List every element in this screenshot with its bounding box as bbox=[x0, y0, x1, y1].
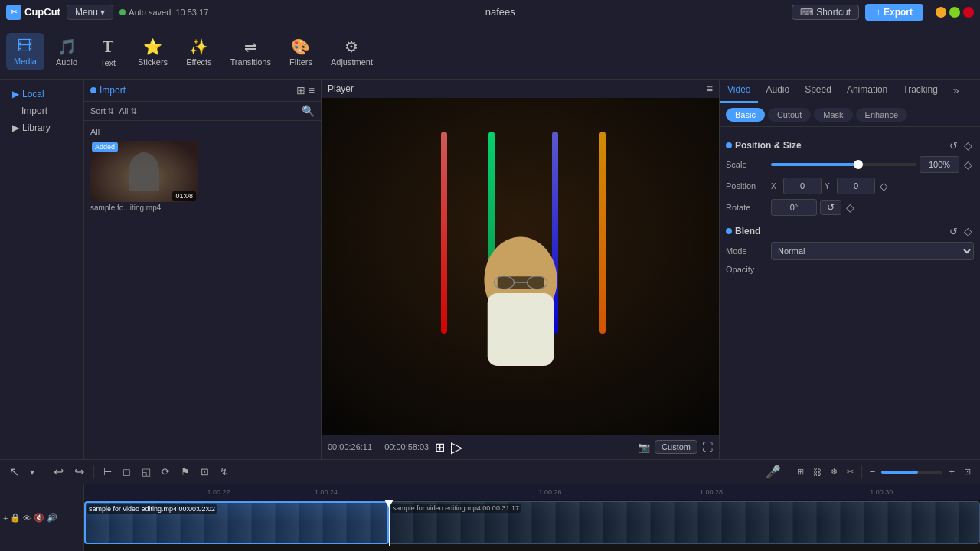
zoom-slider[interactable] bbox=[881, 471, 942, 474]
rotate-input[interactable] bbox=[771, 199, 817, 216]
tab-video[interactable]: Video bbox=[720, 80, 758, 103]
list-view-button[interactable]: ≡ bbox=[309, 84, 315, 96]
zoom-in-button[interactable]: + bbox=[946, 465, 958, 479]
toolbar: 🎞 Media 🎵 Audio T Text ⭐ Stickers ✨ Effe… bbox=[0, 24, 980, 80]
maximize-button[interactable] bbox=[949, 7, 960, 18]
sidebar-item-local[interactable]: ▶ Local bbox=[6, 86, 77, 103]
autosave-indicator: Auto saved: 10:53:17 bbox=[119, 8, 208, 17]
rotate-keyframe-button[interactable]: ◇ bbox=[844, 201, 856, 214]
tab-tracking[interactable]: Tracking bbox=[895, 80, 946, 103]
search-button[interactable]: 🔍 bbox=[302, 105, 315, 117]
play-button[interactable]: ⊞ bbox=[435, 440, 445, 455]
close-button[interactable] bbox=[963, 7, 974, 18]
menu-button[interactable]: Menu ▾ bbox=[67, 5, 113, 20]
volume-button[interactable]: 🔊 bbox=[47, 513, 57, 523]
custom-button[interactable]: Custom bbox=[655, 440, 697, 454]
logo-icon: ✂ bbox=[6, 5, 21, 20]
select-tool-button[interactable]: ↖ bbox=[6, 463, 22, 481]
timeline-tracks: sample for video editing.mp4 00:00:02:02… bbox=[84, 500, 980, 551]
tool-adjustment[interactable]: ⚙ Adjustment bbox=[323, 33, 381, 71]
play-play-button[interactable]: ▷ bbox=[451, 438, 462, 456]
mute-button[interactable]: 🔇 bbox=[34, 513, 44, 523]
tab-speed[interactable]: Speed bbox=[797, 80, 839, 103]
marker-button[interactable]: ⚑ bbox=[178, 465, 193, 479]
mic-button[interactable]: 🎤 bbox=[763, 463, 784, 481]
tl-sep-3 bbox=[789, 465, 789, 479]
track-controls: + 🔒 👁 🔇 🔊 bbox=[3, 513, 80, 523]
sort-button[interactable]: Sort ⇅ bbox=[90, 106, 114, 116]
clip-selected[interactable]: sample for video editing.mp4 00:00:02:02 bbox=[84, 501, 389, 544]
fit-button[interactable]: ⊡ bbox=[961, 465, 974, 478]
ruler-mark-3: 1:00:26 bbox=[538, 488, 561, 496]
media-filename: sample fo...iting.mp4 bbox=[90, 204, 198, 212]
tool-transitions[interactable]: ⇌ Transitions bbox=[223, 33, 279, 71]
position-label: Position bbox=[726, 181, 768, 191]
subtab-cutout[interactable]: Cutout bbox=[768, 108, 811, 122]
all-label: All bbox=[119, 106, 128, 116]
tool-stickers[interactable]: ⭐ Stickers bbox=[130, 33, 175, 71]
transform-button[interactable]: ↯ bbox=[217, 465, 231, 479]
add-track-button[interactable]: + bbox=[3, 514, 8, 523]
tab-animation[interactable]: Animation bbox=[839, 80, 895, 103]
rotate-ccw-button[interactable]: ↺ bbox=[820, 200, 841, 215]
fullscreen-button[interactable]: ⛶ bbox=[702, 440, 713, 454]
scale-label: Scale bbox=[726, 160, 768, 169]
freeze-button[interactable]: ❄ bbox=[828, 465, 841, 478]
tool-filters[interactable]: 🎨 Filters bbox=[282, 33, 320, 71]
snapshot-button[interactable]: 📷 bbox=[638, 440, 650, 454]
snap-button[interactable]: ⊞ bbox=[794, 465, 807, 478]
scale-input[interactable] bbox=[920, 156, 959, 173]
import-button[interactable]: Import bbox=[90, 85, 126, 96]
reset-position-button[interactable]: ↺ bbox=[948, 139, 959, 152]
subtab-enhance[interactable]: Enhance bbox=[856, 108, 907, 122]
position-x-input[interactable] bbox=[783, 178, 822, 194]
visibility-button[interactable]: 👁 bbox=[23, 514, 31, 523]
position-y-input[interactable] bbox=[837, 178, 875, 194]
split2-button[interactable]: ✂ bbox=[844, 465, 857, 478]
zoom-out-button[interactable]: − bbox=[867, 465, 879, 479]
rotate-label: Rotate bbox=[726, 203, 768, 212]
loop-button[interactable]: ⟳ bbox=[158, 465, 173, 479]
scale-keyframe-button[interactable]: ◇ bbox=[962, 158, 974, 171]
tool-audio[interactable]: 🎵 Audio bbox=[47, 33, 86, 71]
tool-effects[interactable]: ✨ Effects bbox=[178, 33, 219, 71]
keyframe-position-button[interactable]: ◇ bbox=[962, 139, 974, 152]
tl-expand-button[interactable]: ▾ bbox=[27, 465, 38, 479]
split-button[interactable]: ⊢ bbox=[100, 465, 115, 479]
reset-blend-button[interactable]: ↺ bbox=[948, 225, 959, 237]
sidebar-item-import[interactable]: Import bbox=[6, 103, 77, 119]
tab-audio[interactable]: Audio bbox=[758, 80, 797, 103]
tool-media[interactable]: 🎞 Media bbox=[6, 33, 44, 70]
shortcut-button[interactable]: ⌨ Shortcut bbox=[792, 5, 859, 20]
tool-text[interactable]: T Text bbox=[89, 32, 127, 72]
sidebar-import-label: Import bbox=[21, 106, 47, 116]
timeline-toolbar: ↖ ▾ ↩ ↪ ⊢ ◻ ◱ ⟳ ⚑ ⊡ ↯ 🎤 ⊞ ⛓ ❄ ✂ − + ⊡ bbox=[0, 460, 980, 484]
blend-title: Blend bbox=[726, 226, 760, 236]
scale-thumb[interactable] bbox=[854, 160, 863, 169]
blend-mode-select[interactable]: Normal Dissolve Multiply Screen Overlay bbox=[771, 242, 974, 260]
minimize-button[interactable] bbox=[936, 7, 946, 18]
tab-more[interactable]: » bbox=[946, 80, 967, 103]
right-panel: Video Audio Speed Animation Tracking » B… bbox=[720, 80, 980, 459]
position-keyframe-button[interactable]: ◇ bbox=[878, 180, 890, 192]
subtab-basic[interactable]: Basic bbox=[726, 108, 765, 122]
playhead[interactable] bbox=[389, 500, 390, 546]
lock-button[interactable]: 🔒 bbox=[10, 513, 21, 523]
all-filter-button[interactable]: All ⇅ bbox=[119, 106, 137, 116]
crop-button[interactable]: ◱ bbox=[139, 465, 154, 479]
grid-view-button[interactable]: ⊞ bbox=[296, 84, 305, 96]
player-menu-button[interactable]: ≡ bbox=[707, 83, 713, 95]
clip-normal[interactable]: sample for video editing.mp4 00:00:31:17 bbox=[389, 501, 980, 544]
subtab-mask[interactable]: Mask bbox=[814, 108, 852, 122]
link-button[interactable]: ⛓ bbox=[810, 466, 825, 478]
undo-button[interactable]: ↩ bbox=[51, 463, 67, 481]
keyframe-blend-button[interactable]: ◇ bbox=[962, 225, 974, 237]
sidebar-item-library[interactable]: ▶ Library bbox=[6, 119, 77, 136]
media-item[interactable]: Added 01:08 bbox=[90, 141, 198, 202]
delete-button[interactable]: ◻ bbox=[119, 465, 134, 479]
transition-button[interactable]: ⊡ bbox=[198, 465, 212, 479]
export-button[interactable]: ↑ Export bbox=[865, 4, 923, 21]
scale-slider[interactable] bbox=[771, 163, 916, 166]
player-right-controls: 📷 Custom ⛶ bbox=[638, 440, 713, 454]
redo-button[interactable]: ↪ bbox=[71, 463, 87, 481]
